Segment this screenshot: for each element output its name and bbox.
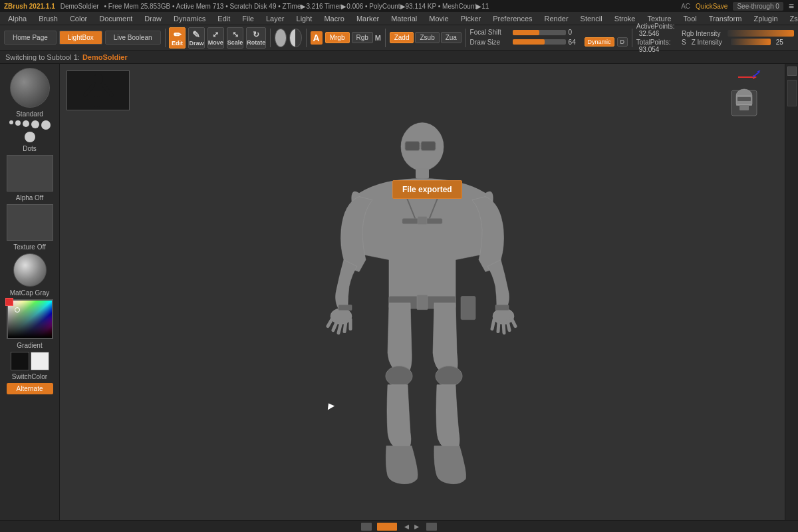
svg-line-9 <box>753 72 759 77</box>
intensity-group: Rgb Intensity S Z Intensity 25 <box>682 30 794 46</box>
menu-preferences[interactable]: Preferences <box>487 13 537 24</box>
home-page-btn[interactable]: Home Page <box>4 31 57 45</box>
sep4 <box>385 29 386 47</box>
alternate-btn[interactable]: Alternate <box>7 383 53 394</box>
bottom-bar: ◄ ► <box>0 520 798 532</box>
zsub-btn[interactable]: Zsub <box>415 32 439 43</box>
zua-btn[interactable]: Zua <box>441 32 462 43</box>
menu-render[interactable]: Render <box>539 13 574 24</box>
color-picker-black-overlay <box>8 301 52 338</box>
svg-rect-14 <box>737 97 751 101</box>
focal-shift-label: Focal Shift <box>470 29 510 36</box>
texture-preview[interactable] <box>7 204 53 241</box>
tool-thumbnail[interactable] <box>66 70 130 110</box>
menu-edit[interactable]: Edit <box>212 13 235 24</box>
nav-slider[interactable] <box>377 523 397 531</box>
brush-label[interactable]: Standard <box>16 110 43 118</box>
dot-5[interactable] <box>41 120 51 130</box>
menu-icon[interactable]: ≡ <box>789 1 794 11</box>
swatch-black[interactable] <box>11 352 29 370</box>
nav-prev-btn[interactable] <box>361 523 372 531</box>
menu-file[interactable]: File <box>237 13 259 24</box>
brush-circle-full[interactable] <box>275 29 287 47</box>
menu-brush[interactable]: Brush <box>33 13 63 24</box>
rotate-icon: ↻ <box>253 30 259 39</box>
focal-shift-val: 0 <box>569 29 582 36</box>
dot-4[interactable] <box>31 120 39 128</box>
menu-movie[interactable]: Movie <box>424 13 454 24</box>
menu-picker[interactable]: Picker <box>456 13 487 24</box>
dot-3[interactable] <box>23 120 29 127</box>
color-picker[interactable] <box>7 299 53 339</box>
zadd-btn[interactable]: Zadd <box>390 32 414 43</box>
nav-cube-svg <box>712 70 765 124</box>
menu-alpha[interactable]: Alpha <box>3 13 32 24</box>
switch-color-label[interactable]: SwitchColor <box>12 373 47 380</box>
total-points-label: TotalPoints: <box>636 39 671 46</box>
brush-half-circle[interactable] <box>289 29 301 47</box>
dot-6[interactable] <box>25 132 35 142</box>
mrgb-rgb-group: Mrgb Rgb M <box>325 32 381 43</box>
rgb-intensity-slider[interactable] <box>728 30 794 37</box>
rotate-btn[interactable]: ↻ Rotate <box>246 27 266 49</box>
svg-line-27 <box>328 319 332 327</box>
rgb-btn[interactable]: Rgb <box>352 32 373 43</box>
d-btn[interactable]: D <box>617 37 628 47</box>
svg-line-36 <box>507 321 509 331</box>
z-intensity-slider[interactable] <box>731 39 771 45</box>
lightbox-btn[interactable]: LightBox <box>59 31 102 45</box>
dynamic-btn[interactable]: Dynamic <box>585 37 614 47</box>
dot-1[interactable] <box>9 120 13 124</box>
quicksave-btn[interactable]: QuickSave <box>696 3 728 10</box>
canvas-area[interactable]: File exported <box>60 64 785 520</box>
menu-light[interactable]: Light <box>291 13 318 24</box>
z-intensity-label: Z Intensity <box>692 39 728 46</box>
move-btn[interactable]: ⤢ Move <box>207 27 224 49</box>
draw-btn[interactable]: ✎ Draw <box>188 27 205 49</box>
menu-zscript[interactable]: Zscript <box>785 13 799 24</box>
menu-stencil[interactable]: Stencil <box>575 13 608 24</box>
scale-btn[interactable]: ⤡ Scale <box>227 27 244 49</box>
svg-line-30 <box>344 322 346 332</box>
left-panel: Standard Dots Alpha Off Texture Off MatC… <box>0 64 60 520</box>
menu-layer[interactable]: Layer <box>261 13 290 24</box>
alpha-label[interactable]: Alpha Off <box>16 194 44 201</box>
menu-tool[interactable]: Tool <box>678 13 702 24</box>
matcap-label[interactable]: MatCap Gray <box>10 289 49 297</box>
menu-material[interactable]: Material <box>386 13 422 24</box>
dot-2[interactable] <box>15 120 21 126</box>
z-intensity-val: 25 <box>776 39 783 46</box>
nav-cube[interactable] <box>712 70 765 124</box>
draw-size-track[interactable] <box>513 39 566 45</box>
focal-shift-track[interactable] <box>513 30 566 35</box>
swatch-row <box>11 352 49 370</box>
menu-draw[interactable]: Draw <box>139 13 167 24</box>
menu-zplugin[interactable]: Zplugin <box>748 13 783 24</box>
texture-label[interactable]: Texture Off <box>13 243 46 251</box>
rgb-intensity-label: Rgb Intensity <box>682 30 725 37</box>
swatch-white[interactable] <box>31 352 49 370</box>
app-title: ZBrush 2021.1.1 <box>4 3 55 10</box>
ac-label: AC <box>681 3 690 10</box>
menu-document[interactable]: Document <box>94 13 138 24</box>
menu-color[interactable]: Color <box>65 13 92 24</box>
edit-btn[interactable]: ✏ Edit <box>169 27 186 49</box>
stats-panel <box>766 64 771 69</box>
mrgb-btn[interactable]: Mrgb <box>325 32 350 43</box>
menu-marker[interactable]: Marker <box>351 13 384 24</box>
right-panel-scrollbar[interactable] <box>787 80 797 106</box>
matcap-preview[interactable] <box>13 253 47 287</box>
alpha-preview[interactable] <box>7 155 53 192</box>
nav-arrows: ◄ ► <box>402 522 420 531</box>
right-panel-btn-1[interactable] <box>787 66 797 76</box>
svg-rect-4 <box>94 96 98 107</box>
menu-macro[interactable]: Macro <box>319 13 350 24</box>
thumbnail-figure-svg <box>78 72 118 109</box>
brush-preview[interactable] <box>10 68 50 108</box>
svg-rect-25 <box>417 295 428 310</box>
live-boolean-btn[interactable]: Live Boolean <box>105 31 161 45</box>
menu-dynamics[interactable]: Dynamics <box>168 13 211 24</box>
see-through-btn[interactable]: See-through 0 <box>733 2 783 11</box>
nav-next-btn[interactable] <box>426 523 437 531</box>
menu-transform[interactable]: Transform <box>704 13 747 24</box>
